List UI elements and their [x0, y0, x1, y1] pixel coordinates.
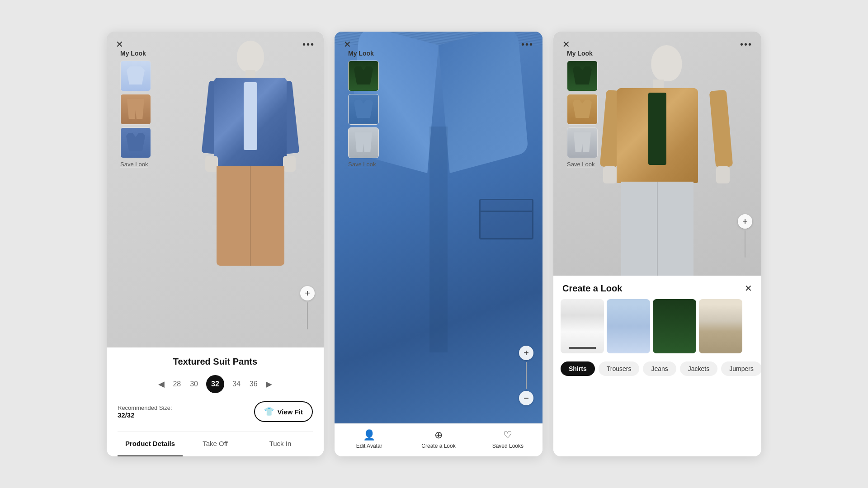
denim-jacket-viewer: ✕ ••• My Look Save Look + — [335, 32, 542, 423]
close-panel-button[interactable]: ✕ — [745, 283, 752, 294]
view-fit-button[interactable]: 👕 View Fit — [254, 401, 313, 422]
mannequin-pants — [217, 166, 284, 266]
card3-mannequin-hand-right — [716, 166, 730, 183]
card2-zoom-slider[interactable] — [526, 362, 527, 389]
size-option-28[interactable]: 28 — [172, 378, 182, 390]
nav-create-look[interactable]: ⊕ Create a Look — [404, 429, 473, 449]
card3-mannequin-viewer: ✕ ••• My Look Save Look — [553, 32, 761, 276]
my-look-panel: My Look Save Look — [120, 50, 151, 168]
card2-zoom-out-button[interactable]: − — [519, 391, 533, 405]
card3-mannequin-head — [651, 45, 682, 81]
category-pill-jumpers[interactable]: Jumpers — [721, 361, 761, 376]
card3-zoom-slider[interactable] — [745, 230, 745, 258]
card1-topbar: ✕ ••• — [107, 39, 324, 50]
close-icon-3[interactable]: ✕ — [562, 39, 570, 50]
card1-bottom-panel: Textured Suit Pants ◀ 28 30 32 34 36 ▶ R… — [107, 347, 324, 456]
shirt-item-blue[interactable] — [607, 299, 650, 353]
mannequin-hand-left — [205, 156, 218, 172]
mannequin-torso — [214, 78, 287, 168]
category-pill-jeans[interactable]: Jeans — [643, 361, 676, 376]
recommended-label: Recommended Size: — [118, 404, 172, 411]
card2-topbar: ✕ ••• — [335, 39, 542, 50]
shirt-item-pattern[interactable] — [699, 299, 742, 353]
card3-zoom-control: + — [738, 214, 752, 258]
zoom-control: + — [300, 286, 315, 329]
card3-inner-shirt — [648, 93, 666, 165]
shirts-grid — [553, 299, 761, 360]
close-icon-2[interactable]: ✕ — [344, 39, 351, 50]
recommended-text-block: Recommended Size: 32/32 — [118, 404, 172, 419]
size-arrow-right[interactable]: ▶ — [266, 379, 272, 389]
product-title: Textured Suit Pants — [118, 357, 313, 367]
nav-saved-looks-label: Saved Looks — [492, 443, 524, 449]
mannequin-body — [192, 41, 309, 267]
look-thumb-denim[interactable] — [348, 94, 379, 125]
card3-mannequin-arm-right — [709, 90, 733, 168]
recommended-row: Recommended Size: 32/32 👕 View Fit — [118, 401, 313, 422]
edit-avatar-icon: 👤 — [363, 429, 375, 441]
card3-mannequin-hand-left — [603, 166, 617, 183]
tab-product-details[interactable]: Product Details — [118, 432, 183, 456]
card2-my-look-label: My Look — [348, 50, 379, 57]
look-thumb-pants[interactable] — [120, 94, 151, 125]
zoom-slider[interactable] — [307, 302, 308, 329]
tab-take-off[interactable]: Take Off — [183, 432, 248, 456]
create-look-header: Create a Look ✕ — [553, 276, 761, 299]
nav-saved-looks[interactable]: ♡ Saved Looks — [473, 429, 542, 449]
create-look-title: Create a Look — [562, 283, 622, 294]
more-icon-3[interactable]: ••• — [740, 39, 752, 50]
size-option-30[interactable]: 30 — [189, 378, 199, 390]
nav-create-look-label: Create a Look — [421, 443, 455, 449]
nav-edit-avatar[interactable]: 👤 Edit Avatar — [335, 429, 404, 449]
card2-zoom-in-button[interactable]: + — [519, 346, 533, 360]
card3-topbar: ✕ ••• — [553, 39, 761, 50]
category-pill-jackets[interactable]: Jackets — [680, 361, 717, 376]
card2-zoom-control: + − — [519, 346, 533, 405]
tab-tuck-in[interactable]: Tuck In — [248, 432, 313, 456]
pants-icon — [127, 99, 144, 119]
look-thumb-polo[interactable] — [348, 61, 379, 91]
nav-edit-avatar-label: Edit Avatar — [356, 443, 382, 449]
card-look-zoom: ✕ ••• My Look Save Look + — [335, 32, 542, 456]
shirt-icon — [127, 66, 145, 84]
denim-icon — [354, 100, 373, 118]
look-thumb-slacks[interactable] — [348, 127, 379, 158]
card3-mannequin — [553, 32, 761, 276]
card2-bottom-nav: 👤 Edit Avatar ⊕ Create a Look ♡ Saved Lo… — [335, 423, 542, 456]
recommended-size-value: 32/32 — [118, 411, 172, 419]
mannequin-hand-right — [283, 156, 296, 172]
category-pill-trousers[interactable]: Trousers — [599, 361, 640, 376]
shirt-item-polo-dark[interactable] — [653, 299, 696, 353]
size-option-34[interactable]: 34 — [231, 378, 241, 390]
jacket-icon — [126, 133, 145, 151]
denim-collar-left — [439, 32, 528, 173]
more-icon-2[interactable]: ••• — [521, 39, 533, 50]
category-pills: Shirts Trousers Jeans Jackets Jumpers — [553, 360, 761, 381]
look-thumb-shirt[interactable] — [120, 61, 151, 91]
close-icon[interactable]: ✕ — [116, 39, 123, 50]
denim-pocket — [479, 199, 533, 239]
card-product-detail: ✕ ••• My Look Save Look — [107, 32, 324, 456]
size-option-32[interactable]: 32 — [206, 375, 224, 393]
card3-zoom-in-button[interactable]: + — [738, 214, 752, 229]
mannequin — [192, 41, 309, 267]
size-arrow-left[interactable]: ◀ — [158, 379, 165, 389]
card3-mannequin-pants — [621, 182, 693, 276]
create-look-icon: ⊕ — [434, 429, 443, 441]
save-look-link[interactable]: Save Look — [120, 161, 151, 168]
create-look-panel: Create a Look ✕ Shirts Trousers Jeans Ja… — [553, 276, 761, 456]
size-selector: ◀ 28 30 32 34 36 ▶ — [118, 375, 313, 393]
card2-save-look-link[interactable]: Save Look — [348, 161, 379, 168]
size-option-36[interactable]: 36 — [249, 378, 259, 390]
product-viewer: ✕ ••• My Look Save Look — [107, 32, 324, 347]
more-icon[interactable]: ••• — [302, 39, 315, 50]
zoom-in-button[interactable]: + — [300, 286, 315, 300]
slacks-icon — [355, 132, 372, 152]
look-thumb-jacket[interactable] — [120, 127, 151, 158]
card1-tabs: Product Details Take Off Tuck In — [118, 431, 313, 456]
view-fit-icon: 👕 — [264, 407, 274, 417]
category-pill-shirts[interactable]: Shirts — [561, 361, 595, 376]
denim-placket — [429, 127, 448, 352]
card2-my-look-panel: My Look Save Look — [348, 50, 379, 168]
shirt-item-white[interactable] — [561, 299, 604, 353]
